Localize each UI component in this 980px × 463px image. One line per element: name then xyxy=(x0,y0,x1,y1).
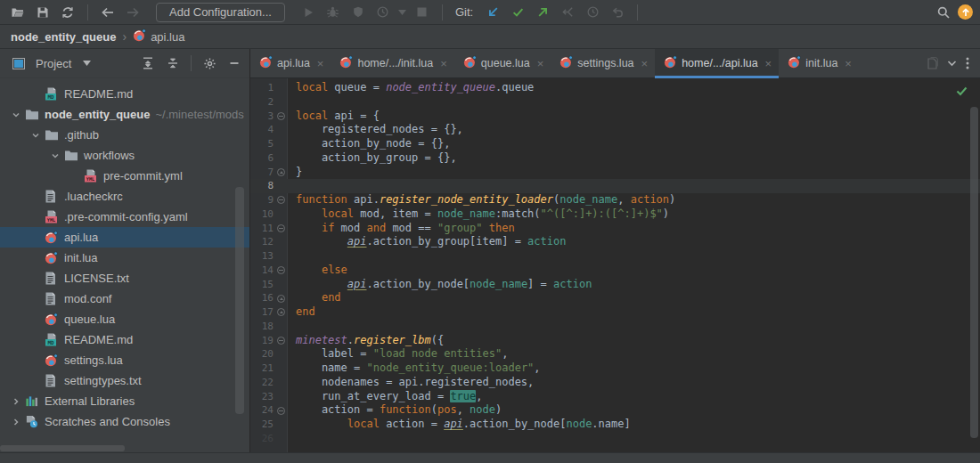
git-update-icon[interactable] xyxy=(482,2,503,23)
sync-icon[interactable] xyxy=(57,2,78,23)
tab-close-icon[interactable]: × xyxy=(765,57,772,70)
fold-marker-icon[interactable] xyxy=(274,305,289,320)
line-number: 20 xyxy=(250,347,274,361)
git-cherry-pick-icon[interactable] xyxy=(557,2,578,23)
tree-item-readme-md[interactable]: MDREADME.md xyxy=(0,329,249,350)
tree-item-label: README.md xyxy=(64,87,133,101)
tabs-dropdown-chevron-icon[interactable] xyxy=(947,60,957,67)
tree-item-settings-lua[interactable]: settings.lua xyxy=(0,350,249,370)
svg-text:YML: YML xyxy=(47,217,55,223)
code-line: 18 xyxy=(250,320,980,334)
settings-gear-icon[interactable] xyxy=(200,53,219,73)
update-badge-icon[interactable] xyxy=(958,4,973,20)
code-line: 26 xyxy=(250,432,980,446)
tab-close-icon[interactable]: × xyxy=(845,57,852,70)
project-panel-title[interactable]: Project xyxy=(36,57,71,70)
fold-marker-icon[interactable] xyxy=(274,166,289,180)
fold-marker-icon[interactable] xyxy=(274,264,289,278)
breadcrumb-project[interactable]: node_entity_queue xyxy=(11,30,116,44)
tree-item-license-txt[interactable]: LICENSE.txt xyxy=(0,268,249,288)
tree-item-pre-commit-yml[interactable]: YMLpre-commit.yml xyxy=(0,166,249,186)
tree-item-pre-commit-config-yaml[interactable]: YML.pre-commit-config.yaml xyxy=(0,207,249,227)
editor-vertical-scrollbar[interactable] xyxy=(970,107,978,438)
code-editor[interactable]: 1local queue = node_entity_queue.queue23… xyxy=(250,78,980,452)
line-number: 5 xyxy=(250,137,274,151)
tree-item-settingtypes-txt[interactable]: settingtypes.txt xyxy=(0,370,249,391)
editor-tab-settings-lua[interactable]: settings.lua× xyxy=(551,49,655,77)
code-line: 13 xyxy=(250,249,980,264)
git-push-icon[interactable] xyxy=(532,2,553,23)
line-number: 8 xyxy=(250,179,274,193)
fold-marker-icon[interactable] xyxy=(274,403,289,418)
breadcrumb-file[interactable]: api.lua xyxy=(133,28,184,45)
editor-tab-home-api-lua[interactable]: home/.../api.lua× xyxy=(655,49,779,77)
run-icon[interactable] xyxy=(298,2,319,23)
back-icon[interactable] xyxy=(97,2,118,23)
more-options-icon[interactable] xyxy=(966,57,969,69)
fold-marker-icon[interactable] xyxy=(274,222,289,236)
tree-item-node-entity-queue[interactable]: node_entity_queue~/.minetest/mods xyxy=(0,104,249,125)
code-text: registered_nodes = {}, xyxy=(289,123,463,137)
chevron-down-icon[interactable] xyxy=(27,131,45,140)
expand-all-icon[interactable] xyxy=(138,53,158,73)
tool-window-icon[interactable] xyxy=(9,53,29,73)
tab-close-icon[interactable]: × xyxy=(641,57,649,70)
toolbar-separator xyxy=(191,55,192,71)
tree-item-queue-lua[interactable]: queue.lua xyxy=(0,309,249,329)
lua-file-icon xyxy=(559,55,573,71)
chevron-right-icon[interactable] xyxy=(7,418,25,426)
save-all-icon[interactable] xyxy=(32,2,53,23)
tree-item-external-libraries[interactable]: External Libraries xyxy=(0,391,249,411)
tab-close-icon[interactable]: × xyxy=(537,57,544,70)
tree-item-luacheckrc[interactable]: .luacheckrc xyxy=(0,186,249,207)
git-commit-icon[interactable] xyxy=(507,2,528,23)
editor-tab-api-lua[interactable]: api.lua× xyxy=(250,49,331,77)
tab-close-icon[interactable]: × xyxy=(317,57,324,70)
profiler-icon[interactable] xyxy=(372,2,394,23)
editor-tab-home-init-lua[interactable]: home/.../init.lua× xyxy=(331,49,453,77)
fold-marker-icon[interactable] xyxy=(274,193,289,207)
tab-label: api.lua xyxy=(277,57,310,69)
debug-icon[interactable] xyxy=(323,2,344,23)
fold-gutter xyxy=(274,151,289,166)
editor-tab-init-lua[interactable]: init.lua× xyxy=(779,49,859,77)
lib-file-icon xyxy=(25,394,41,409)
tree-item-readme-md[interactable]: MDREADME.md xyxy=(0,84,249,104)
tree-item-mod-conf[interactable]: mod.conf xyxy=(0,288,249,309)
fold-marker-icon[interactable] xyxy=(274,291,289,305)
code-text: action = function(pos, node) xyxy=(289,403,502,418)
tree-item-api-lua[interactable]: api.lua xyxy=(0,227,249,248)
chevron-down-icon[interactable] xyxy=(77,53,96,73)
add-configuration-button[interactable]: Add Configuration... xyxy=(156,3,285,22)
editor-tab-queue-lua[interactable]: queue.lua× xyxy=(454,49,551,77)
tree-item-init-lua[interactable]: init.lua xyxy=(0,248,249,268)
tree-item-workflows[interactable]: workflows xyxy=(0,145,249,166)
collapse-all-icon[interactable] xyxy=(163,53,183,73)
chevron-down-icon[interactable] xyxy=(7,110,25,119)
fold-marker-icon[interactable] xyxy=(274,110,289,124)
project-tree-vertical-scrollbar[interactable] xyxy=(235,187,244,414)
coverage-icon[interactable] xyxy=(347,2,369,23)
preview-file-icon[interactable] xyxy=(927,57,938,69)
tree-item-github[interactable]: .github xyxy=(0,125,249,145)
project-tree-horizontal-scrollbar[interactable] xyxy=(0,445,125,451)
dropdown-arrow-icon[interactable] xyxy=(397,2,408,23)
chevron-right-icon[interactable] xyxy=(7,397,25,406)
folder-file-icon xyxy=(25,108,41,122)
tree-item-scratches-and-consoles[interactable]: Scratches and Consoles xyxy=(0,411,249,432)
code-line: 23 run_at_every_load = true, xyxy=(250,390,980,404)
fold-gutter xyxy=(274,278,289,292)
chevron-down-icon[interactable] xyxy=(46,151,64,160)
git-rollback-icon[interactable] xyxy=(607,2,628,23)
git-history-icon[interactable] xyxy=(582,2,603,23)
inspections-ok-icon[interactable] xyxy=(956,84,968,100)
open-project-icon[interactable] xyxy=(7,2,29,23)
hide-panel-icon[interactable] xyxy=(225,53,244,73)
stop-icon[interactable] xyxy=(412,2,433,23)
forward-icon[interactable] xyxy=(122,2,143,23)
fold-marker-icon[interactable] xyxy=(274,334,289,348)
tab-close-icon[interactable]: × xyxy=(440,57,447,70)
line-number: 21 xyxy=(250,361,274,376)
code-text: nodenames = api.registered_nodes, xyxy=(289,376,534,390)
search-icon[interactable] xyxy=(933,2,954,23)
